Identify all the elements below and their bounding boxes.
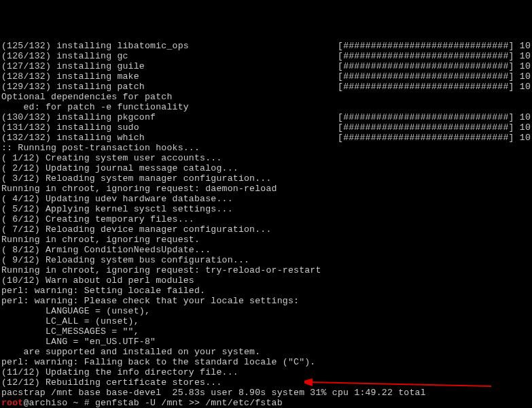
- install-line: (132/132) installing which[#############…: [1, 133, 531, 143]
- output-line: ( 5/12) Applying kernel sysctl settings.…: [1, 204, 531, 214]
- output-line: Running in chroot, ignoring request.: [1, 235, 531, 245]
- output-line: ( 1/12) Creating system user accounts...: [1, 153, 531, 163]
- output-line: Optional dependencies for patch: [1, 92, 531, 102]
- output-line: ( 7/12) Reloading device manager configu…: [1, 224, 531, 235]
- output-line: (11/12) Updating the info directory file…: [1, 367, 531, 377]
- command-text: genfstab -U /mnt >> /mnt/etc/fstab: [90, 398, 283, 408]
- output-line: LC_ALL = (unset),: [1, 316, 531, 326]
- prompt-user: root: [1, 398, 23, 408]
- output-line: LC_MESSAGES = "",: [1, 326, 531, 337]
- output-line: perl: warning: Falling back to the stand…: [1, 357, 531, 367]
- output-line: Running in chroot, ignoring request: try…: [1, 265, 531, 275]
- install-line: (129/132) installing patch[#############…: [1, 82, 531, 92]
- output-line: (12/12) Rebuilding certificate stores...: [1, 377, 531, 388]
- output-line: perl: warning: Setting locale failed.: [1, 286, 531, 296]
- output-line: perl: warning: Please check that your lo…: [1, 296, 531, 306]
- output-line: LANGUAGE = (unset),: [1, 306, 531, 316]
- output-line: ( 8/12) Arming ConditionNeedsUpdate...: [1, 245, 531, 255]
- terminal-output[interactable]: (125/132) installing libatomic_ops[#####…: [0, 41, 532, 408]
- output-line: Running in chroot, ignoring request: dae…: [1, 184, 531, 194]
- install-line: (127/132) installing guile[#############…: [1, 61, 531, 71]
- prompt-host: @archiso ~ #: [23, 398, 89, 408]
- output-line: pacstrap /mnt base base-devel 25.83s use…: [1, 388, 531, 398]
- output-line: ( 9/12) Reloading system bus configurati…: [1, 255, 531, 265]
- install-line: (126/132) installing gc[################…: [1, 51, 531, 61]
- output-line: ( 3/12) Reloading system manager configu…: [1, 173, 531, 184]
- prompt-line[interactable]: root@archiso ~ # genfstab -U /mnt >> /mn…: [1, 398, 531, 408]
- output-line: (10/12) Warn about old perl modules: [1, 275, 531, 286]
- install-line: (125/132) installing libatomic_ops[#####…: [1, 41, 531, 51]
- install-line: (128/132) installing make[##############…: [1, 71, 531, 82]
- output-line: :: Running post-transaction hooks...: [1, 143, 531, 153]
- install-line: (130/132) installing pkgconf[###########…: [1, 112, 531, 122]
- output-line: LANG = "en_US.UTF-8": [1, 337, 531, 347]
- output-line: ed: for patch -e functionality: [1, 102, 531, 112]
- output-line: ( 4/12) Updating udev hardware database.…: [1, 194, 531, 204]
- install-line: (131/132) installing sudo[##############…: [1, 122, 531, 133]
- output-line: are supported and installed on your syst…: [1, 347, 531, 357]
- output-line: ( 2/12) Updating journal message catalog…: [1, 163, 531, 173]
- output-line: ( 6/12) Creating temporary files...: [1, 214, 531, 224]
